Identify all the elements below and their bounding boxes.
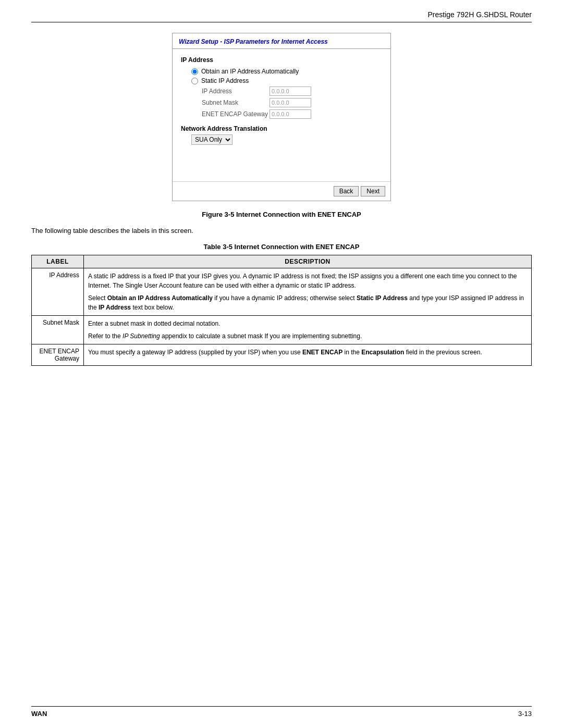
wizard-screenshot-wrapper: Wizard Setup - ISP Parameters for Intern… bbox=[31, 33, 532, 201]
subnet-desc-2: Refer to the IP Subnetting appendix to c… bbox=[88, 331, 527, 341]
table-row: Subnet Mask Enter a subnet mask in dotte… bbox=[32, 316, 532, 344]
radio-static-row: Static IP Address bbox=[191, 77, 382, 84]
label-cell-subnet: Subnet Mask bbox=[32, 316, 84, 344]
wizard-title: Wizard Setup - ISP Parameters for Intern… bbox=[179, 38, 328, 45]
back-button[interactable]: Back bbox=[334, 186, 359, 196]
radio-auto[interactable] bbox=[191, 68, 198, 75]
page-footer: WAN 3-13 bbox=[31, 706, 532, 718]
ip-fields: IP Address Subnet Mask ENET ENCAP Gatewa… bbox=[202, 87, 382, 119]
nat-select[interactable]: SUA Only bbox=[191, 134, 232, 145]
subnet-desc-1: Enter a subnet mask in dotted decimal no… bbox=[88, 319, 527, 328]
page-header: Prestige 792H G.SHDSL Router bbox=[31, 10, 532, 22]
wizard-footer: Back Next bbox=[173, 181, 390, 201]
footer-right: 3-13 bbox=[518, 710, 532, 718]
table-row: IP Address A static IP address is a fixe… bbox=[32, 268, 532, 316]
desc-cell-enet: You must specify a gateway IP address (s… bbox=[84, 344, 532, 366]
ip-desc-2: Select Obtain an IP Address Automaticall… bbox=[88, 293, 527, 312]
label-cell-ip: IP Address bbox=[32, 268, 84, 316]
wizard-title-bar: Wizard Setup - ISP Parameters for Intern… bbox=[173, 33, 390, 49]
desc-cell-subnet: Enter a subnet mask in dotted decimal no… bbox=[84, 316, 532, 344]
ip-desc-1: A static IP address is a fixed IP that y… bbox=[88, 272, 527, 290]
footer-left: WAN bbox=[31, 710, 47, 718]
table-row: ENET ENCAP Gateway You must specify a ga… bbox=[32, 344, 532, 366]
table-caption: Table 3-5 Internet Connection with ENET … bbox=[31, 243, 532, 251]
body-text: The following table describes the labels… bbox=[31, 227, 532, 235]
data-table: LABEL DESCRIPTION IP Address A static IP… bbox=[31, 255, 532, 366]
subnet-mask-field-label: Subnet Mask bbox=[202, 99, 270, 106]
figure-caption-text: Figure 3-5 Internet Connection with ENET… bbox=[202, 211, 361, 218]
nat-section: Network Address Translation SUA Only bbox=[181, 125, 382, 145]
enet-encap-input[interactable] bbox=[270, 109, 311, 119]
radio-auto-row: Obtain an IP Address Automatically bbox=[191, 68, 382, 75]
col-header-desc: DESCRIPTION bbox=[84, 255, 532, 268]
next-button[interactable]: Next bbox=[361, 186, 385, 196]
nat-section-label: Network Address Translation bbox=[181, 125, 382, 132]
radio-static-label: Static IP Address bbox=[201, 77, 249, 84]
enet-encap-row: ENET ENCAP Gateway bbox=[202, 109, 382, 119]
desc-cell-ip: A static IP address is a fixed IP that y… bbox=[84, 268, 532, 316]
radio-auto-label: Obtain an IP Address Automatically bbox=[201, 68, 299, 75]
col-header-label: LABEL bbox=[32, 255, 84, 268]
enet-encap-field-label: ENET ENCAP Gateway bbox=[202, 110, 270, 118]
ip-address-section-label: IP Address bbox=[181, 56, 382, 64]
table-header-row: LABEL DESCRIPTION bbox=[32, 255, 532, 268]
ip-address-field-label: IP Address bbox=[202, 88, 270, 95]
nat-select-row: SUA Only bbox=[191, 134, 382, 145]
subnet-mask-row: Subnet Mask bbox=[202, 98, 382, 107]
subnet-mask-input[interactable] bbox=[270, 98, 311, 107]
figure-caption: Figure 3-5 Internet Connection with ENET… bbox=[31, 211, 532, 218]
ip-address-row: IP Address bbox=[202, 87, 382, 96]
ip-address-input[interactable] bbox=[270, 87, 311, 96]
wizard-body: IP Address Obtain an IP Address Automati… bbox=[173, 49, 390, 150]
page-title: Prestige 792H G.SHDSL Router bbox=[428, 10, 532, 19]
wizard-box: Wizard Setup - ISP Parameters for Intern… bbox=[172, 33, 391, 201]
enet-desc-1: You must specify a gateway IP address (s… bbox=[88, 348, 527, 357]
label-cell-enet: ENET ENCAP Gateway bbox=[32, 344, 84, 366]
radio-static[interactable] bbox=[191, 78, 198, 84]
